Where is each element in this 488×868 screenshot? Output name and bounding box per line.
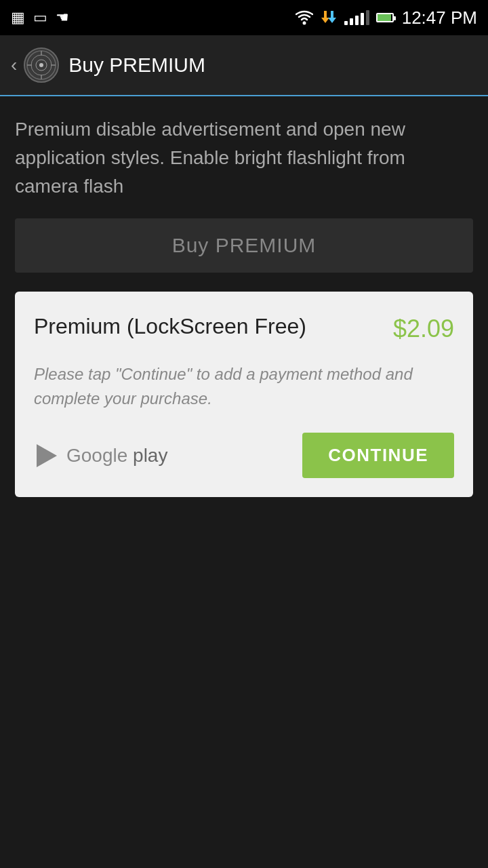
svg-marker-2 [328,11,336,23]
buy-button-wrapper: Buy PREMIUM [0,214,488,292]
header: ‹ Buy PREMIUM [0,35,488,96]
app-logo [24,47,59,83]
battery-icon [376,13,395,22]
google-play-logo: Google Google playplay [34,443,167,469]
purchase-note: Please tap "Continue" to add a payment m… [34,362,454,411]
purchase-header: Premium (LockScreen Free) $2.09 [34,312,454,343]
svg-point-0 [302,22,306,25]
svg-point-6 [39,63,43,67]
download-icon [320,9,338,26]
signal-icon [344,10,369,25]
status-time: 12:47 PM [402,7,477,28]
status-bar: ▦ ▭ ☚ 12:47 PM [0,0,488,35]
wifi-icon [296,10,313,25]
purchase-product-name: Premium (LockScreen Free) [34,312,306,341]
description-text: Premium disable advertisement and open n… [0,96,488,214]
svg-marker-11 [37,444,57,467]
purchase-price: $2.09 [393,312,454,343]
status-bar-right: 12:47 PM [296,7,477,28]
google-play-label: Google Google playplay [66,445,167,467]
svg-marker-1 [321,11,329,23]
back-button[interactable]: ‹ [11,54,17,76]
google-play-icon [34,443,60,469]
page-title: Buy PREMIUM [68,54,205,77]
gallery-icon: ▦ [11,9,25,26]
hand-icon: ☚ [56,9,69,26]
purchase-footer: Google Google playplay CONTINUE [34,433,454,478]
status-bar-left: ▦ ▭ ☚ [11,9,69,26]
purchase-dialog: Premium (LockScreen Free) $2.09 Please t… [15,292,473,497]
tablet-icon: ▭ [33,9,47,26]
buy-premium-button[interactable]: Buy PREMIUM [15,218,473,273]
continue-button[interactable]: CONTINUE [302,433,454,478]
